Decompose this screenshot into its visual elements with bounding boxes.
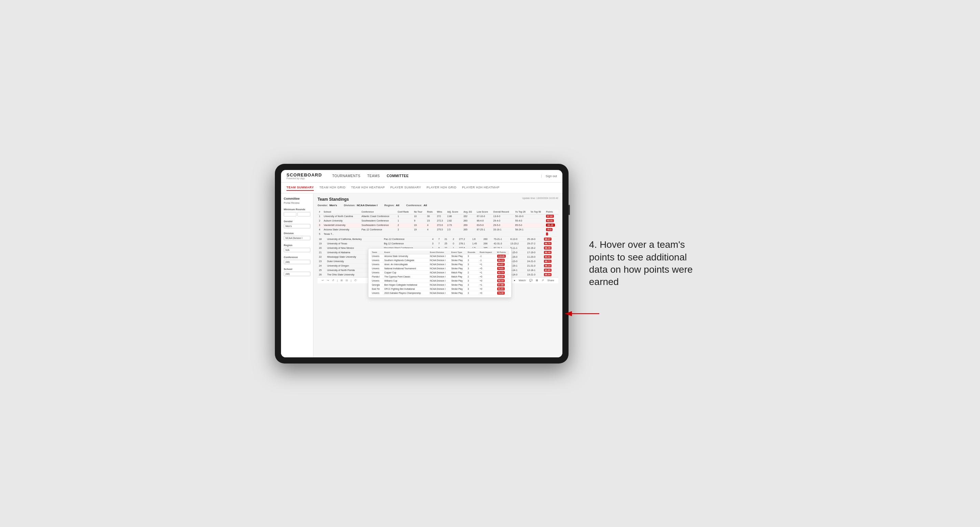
filter-division-value: NCAA Division I: [357, 204, 378, 207]
sidebar-section-school: School (All): [284, 268, 310, 276]
gender-select[interactable]: Men's: [284, 224, 310, 229]
hover-cell-team: Univers: [371, 278, 383, 283]
division-select[interactable]: NCAA Division I: [284, 236, 310, 240]
paste-icon[interactable]: ⊟: [345, 279, 348, 282]
rounds-max-input[interactable]: [298, 212, 310, 216]
hover-col-event-div: Event Division: [428, 251, 450, 254]
tablet-frame: SCOREBOARD Powered by clipp TOURNAMENTS …: [275, 164, 568, 364]
cell-low-score: 86-4-0: [475, 219, 492, 223]
hover-cell-rounds: 3: [466, 287, 478, 291]
cell-points[interactable]: 93.31: [545, 219, 558, 223]
cell-adj-score: 2.73: [446, 223, 462, 227]
sub-nav: TEAM SUMMARY TEAM H2H GRID TEAM H2H HEAT…: [281, 183, 562, 194]
sidebar-label-region: Region: [284, 244, 310, 247]
cell-t: 7: [437, 241, 443, 246]
cell-adj: 277.2: [458, 237, 471, 242]
cell-no-tour: 19: [412, 227, 425, 232]
subnav-player-summary[interactable]: PLAYER SUMMARY: [390, 185, 421, 191]
hover-cell-points: 97.66: [496, 283, 509, 287]
subnav-player-h2h-grid[interactable]: PLAYER H2H GRID: [426, 185, 457, 191]
hover-cell-event: The Cypress Point Classic: [383, 275, 429, 278]
cell-rnds: 23: [426, 219, 436, 223]
table-row[interactable]: 3 Vanderbilt University Southeastern Con…: [318, 223, 558, 227]
cell-vs50: 17-19-0: [526, 250, 542, 255]
cell-rank: 5: [318, 232, 322, 236]
cell-points[interactable]: 97.02: [545, 214, 558, 219]
cell-vs25: 7-15-0: [509, 250, 526, 255]
cell-pts[interactable]: 83.41: [542, 255, 558, 259]
cell-pts[interactable]: 88.71: [542, 259, 558, 264]
subnav-player-h2h-heatmap[interactable]: PLAYER H2H HEATMAP: [462, 185, 500, 191]
table-row[interactable]: 19 University of Texas Big 12 Conference…: [318, 241, 558, 246]
clock-icon[interactable]: ⏱: [354, 279, 357, 282]
sidebar-section-rounds: Minimum Rounds: [284, 208, 310, 216]
refresh-icon[interactable]: ↺: [332, 279, 334, 282]
school-select[interactable]: (All): [284, 272, 310, 276]
hover-cell-div: NCAA Division I: [428, 283, 450, 287]
cell-pts[interactable]: 88.07: [542, 237, 558, 242]
share-label[interactable]: Share: [547, 279, 554, 282]
nav-committee[interactable]: COMMITTEE: [387, 173, 409, 179]
annotation-arrow: [562, 307, 603, 321]
table-row[interactable]: 1 University of North Carolina Atlantic …: [318, 214, 558, 219]
expand-icon[interactable]: ⊞: [536, 279, 538, 282]
app-logo: SCOREBOARD: [286, 173, 322, 177]
hover-table-row: Univers National Invitational Tournament…: [371, 266, 509, 270]
table-row[interactable]: 18 University of California, Berkeley Pa…: [318, 237, 558, 242]
cell-pts[interactable]: 88.14: [542, 264, 558, 268]
cell-conference: [360, 232, 396, 236]
cell-points[interactable]: 80.20: [545, 223, 558, 227]
cell-vs25b: [529, 219, 545, 223]
hover-cell-team: Univers: [371, 254, 383, 258]
cell-rank: 3: [318, 223, 322, 227]
col-vs25: Vs Top 25: [514, 210, 529, 214]
cell-rank: 25: [318, 268, 326, 272]
table-row[interactable]: 4 Arizona State University Pac-12 Confer…: [318, 227, 558, 232]
nav-teams[interactable]: TEAMS: [367, 173, 380, 179]
cell-vs50: 21-21-0: [526, 264, 542, 268]
cell-school: University of California, Berkeley: [326, 237, 382, 242]
hover-cell-team: Florida I: [371, 275, 383, 278]
toolbar-right: ● Watch 💬 ⊞ ↗ Share: [514, 279, 554, 282]
cell-pts[interactable]: 88.49: [542, 246, 558, 250]
table-row[interactable]: 5 Texas T...: [318, 232, 558, 236]
cell-points[interactable]: 79.5: [545, 227, 558, 232]
subnav-team-h2h-grid[interactable]: TEAM H2H GRID: [319, 185, 345, 191]
redo-icon[interactable]: ↪: [327, 279, 329, 282]
watch-label[interactable]: Watch: [519, 279, 526, 282]
nav-tournaments[interactable]: TOURNAMENTS: [332, 173, 361, 179]
cell-points[interactable]: [545, 232, 558, 236]
subnav-team-h2h-heatmap[interactable]: TEAM H2H HEATMAP: [351, 185, 385, 191]
cell-pts[interactable]: 88.70: [542, 241, 558, 246]
sidebar-section-gender: Gender Men's: [284, 220, 310, 229]
conference-select[interactable]: (All): [284, 260, 310, 264]
region-select[interactable]: N/A: [284, 248, 310, 252]
hover-table-row: Florida I The Cypress Point Classic NCAA…: [371, 275, 509, 278]
undo-icon[interactable]: ↩: [322, 279, 324, 282]
main-panel: Team Standings Update time: 13/03/2024 1…: [313, 194, 562, 357]
hover-cell-rank: +1: [478, 283, 496, 287]
hover-cell-rounds: 3: [466, 278, 478, 283]
subnav-team-summary[interactable]: TEAM SUMMARY: [286, 185, 314, 191]
app-logo-sub: Powered by clipp: [286, 177, 322, 179]
sidebar-label-rounds: Minimum Rounds: [284, 208, 310, 211]
hover-cell-rounds: 3: [466, 266, 478, 270]
hover-cell-type: Stroke Play: [450, 266, 466, 270]
filter-region: Region: All: [384, 204, 399, 207]
table-row[interactable]: 2 Auburn University Southeastern Confere…: [318, 219, 558, 223]
col-wins: Wins: [435, 210, 445, 214]
sign-out-button[interactable]: Sign out: [541, 175, 557, 178]
power-button[interactable]: [568, 205, 570, 215]
col-adj-score: Adj. Score: [446, 210, 462, 214]
comment-icon[interactable]: 💬: [529, 279, 532, 282]
hover-cell-rounds: 3: [466, 291, 478, 295]
cell-pts[interactable]: 88.48: [542, 250, 558, 255]
rounds-min-input[interactable]: [284, 212, 296, 216]
copy-icon[interactable]: ⊞: [340, 279, 343, 282]
hover-cell-rounds: 3: [466, 254, 478, 258]
cell-pts[interactable]: 83.89: [542, 268, 558, 272]
hover-cell-rank: +0: [478, 275, 496, 278]
cell-conference: Southeastern Conference: [360, 219, 396, 223]
content-area: Committee Portal Review Minimum Rounds G…: [281, 194, 562, 357]
cell-pts[interactable]: 88.94: [542, 272, 558, 277]
